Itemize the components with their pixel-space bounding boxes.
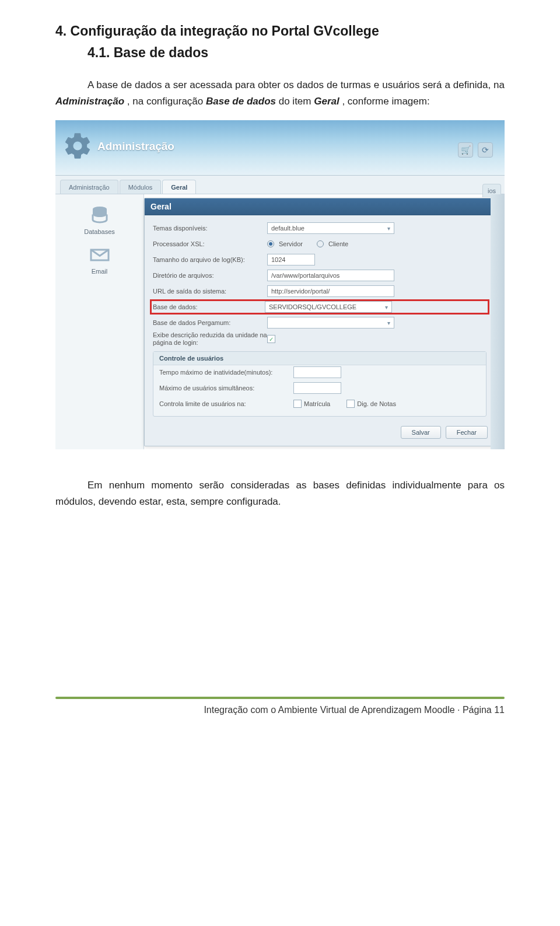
field-label: URL de saída do sistema: [153, 288, 267, 295]
sidebar-item-databases[interactable]: Databases [55, 200, 144, 240]
checkbox-dig-notas[interactable]: Dig. de Notas [346, 400, 396, 408]
topbar-actions: 🛒 ⟳ [458, 142, 493, 158]
database-icon [86, 205, 113, 226]
app-title: Administração [97, 140, 174, 153]
field-label: Tempo máximo de inatividade(minutos): [159, 369, 293, 376]
footer-divider [55, 697, 505, 699]
heading-subsection: 4.1. Base de dados [88, 45, 505, 61]
select-base-de-dados[interactable]: SERVIDORSQL/GVCOLLEGE ▾ [265, 301, 392, 313]
radio-cliente[interactable]: Cliente [317, 240, 348, 247]
field-value: 1024 [271, 256, 285, 263]
group-controle-usuarios: Controle de usuários Tempo máximo de ina… [153, 351, 487, 417]
field-value: SERVIDORSQL/GVCOLLEGE [269, 303, 356, 310]
checkbox-label: Matrícula [304, 400, 330, 407]
cart-icon[interactable]: 🛒 [458, 142, 473, 158]
sidebar-label: Databases [84, 228, 115, 235]
checkbox-matricula[interactable]: Matrícula [293, 400, 330, 408]
field-label: Base de dados Pergamum: [153, 319, 267, 326]
radio-icon [317, 240, 324, 247]
row-tamanho-log: Tamanho do arquivo de log(KB): 1024 [153, 253, 487, 267]
heading-section: 4. Configuração da integração no Portal … [55, 23, 505, 39]
sidebar-label: Email [92, 268, 108, 275]
paragraph-intro: A base de dados a ser acessada para obte… [55, 77, 505, 110]
panel-geral: Geral Temas disponíveis: default.blue ▾ … [144, 198, 495, 446]
field-label: Temas disponíveis: [153, 225, 267, 232]
app-sidebar: Databases Email [55, 194, 144, 449]
checkbox-exibe[interactable]: ✓ [267, 335, 275, 343]
select-base-pergamum[interactable]: ▾ [267, 317, 394, 329]
text-fragment: do item [279, 96, 314, 107]
input-diretorio[interactable]: /var/www/portalarquivos [267, 270, 394, 281]
field-value: /var/www/portalarquivos [271, 272, 340, 279]
checkbox-label: Dig. de Notas [357, 400, 396, 407]
tab-administracao[interactable]: Administração [60, 180, 118, 194]
field-label: Máximo de usuários simultâneos: [159, 385, 293, 392]
panel-title: Geral [145, 198, 495, 215]
row-base-de-dados: Base de dados: SERVIDORSQL/GVCOLLEGE ▾ [150, 300, 489, 314]
row-base-pergamum: Base de dados Pergamum: ▾ [153, 316, 487, 330]
page-footer: Integração com o Ambiente Virtual de Apr… [55, 705, 505, 715]
row-temas: Temas disponíveis: default.blue ▾ [153, 221, 487, 235]
help-icon[interactable]: ⟳ [478, 142, 493, 158]
radio-label: Cliente [328, 240, 348, 247]
row-tempo-inatividade: Tempo máximo de inatividade(minutos): [153, 365, 486, 379]
scroll-track [491, 194, 505, 449]
field-label: Base de dados: [153, 303, 265, 310]
input-max-usuarios[interactable] [293, 382, 341, 394]
close-button[interactable]: Fechar [446, 426, 488, 439]
tab-geral[interactable]: Geral [162, 180, 196, 194]
row-limite-usuarios: Controla limite de usuários na: Matrícul… [153, 397, 486, 411]
row-exibe-descricao: Exibe descrição reduzida da unidade na p… [153, 331, 487, 347]
field-label: Processador XSL: [153, 240, 267, 247]
radio-icon [267, 240, 274, 247]
input-url-saida[interactable]: http://servidor/portal/ [267, 285, 394, 297]
paragraph-note: Em nenhum momento serão consideradas as … [55, 477, 505, 510]
app-main: ios Geral Temas disponíveis: default.blu… [144, 194, 505, 449]
text-fragment: A base de dados a ser acessada para obte… [88, 79, 505, 90]
tab-modulos[interactable]: Módulos [120, 180, 162, 194]
mail-icon [86, 244, 113, 265]
chevron-down-icon: ▾ [387, 320, 390, 326]
text-fragment: , na configuração [127, 96, 206, 107]
select-temas[interactable]: default.blue ▾ [267, 222, 394, 234]
app-screenshot: Administração 🛒 ⟳ Administração Módulos … [55, 120, 505, 449]
chevron-down-icon: ▾ [387, 225, 390, 232]
radio-servidor[interactable]: Servidor [267, 240, 303, 247]
emph-administracao: Administração [55, 96, 124, 107]
row-max-usuarios: Máximo de usuários simultâneos: [153, 381, 486, 395]
emph-geral: Geral [314, 96, 339, 107]
radio-label: Servidor [279, 240, 303, 247]
app-topbar: Administração 🛒 ⟳ [55, 120, 505, 176]
row-processador: Processador XSL: Servidor Cliente [153, 237, 487, 251]
row-diretorio: Diretório de arquivos: /var/www/portalar… [153, 268, 487, 282]
field-label: Controla limite de usuários na: [159, 400, 293, 407]
input-tempo-inatividade[interactable] [293, 366, 341, 378]
checkbox-icon [293, 400, 302, 408]
field-label: Diretório de arquivos: [153, 272, 267, 279]
sidebar-item-email[interactable]: Email [55, 240, 144, 279]
checkbox-icon [346, 400, 355, 408]
app-tabs: Administração Módulos Geral [55, 176, 505, 194]
group-title: Controle de usuários [153, 352, 486, 365]
input-tamanho-log[interactable]: 1024 [267, 254, 315, 265]
emph-base-de-dados: Base de dados [206, 96, 276, 107]
field-label: Tamanho do arquivo de log(KB): [153, 256, 267, 263]
save-button[interactable]: Salvar [401, 426, 441, 439]
chevron-down-icon: ▾ [385, 304, 388, 310]
gear-icon [62, 131, 93, 161]
field-value: default.blue [271, 225, 304, 232]
field-value: http://servidor/portal/ [271, 288, 330, 295]
field-label: Exibe descrição reduzida da unidade na p… [153, 331, 267, 347]
row-url-saida: URL de saída do sistema: http://servidor… [153, 284, 487, 298]
panel-actions: Salvar Fechar [145, 420, 495, 446]
text-fragment: , conforme imagem: [342, 96, 429, 107]
